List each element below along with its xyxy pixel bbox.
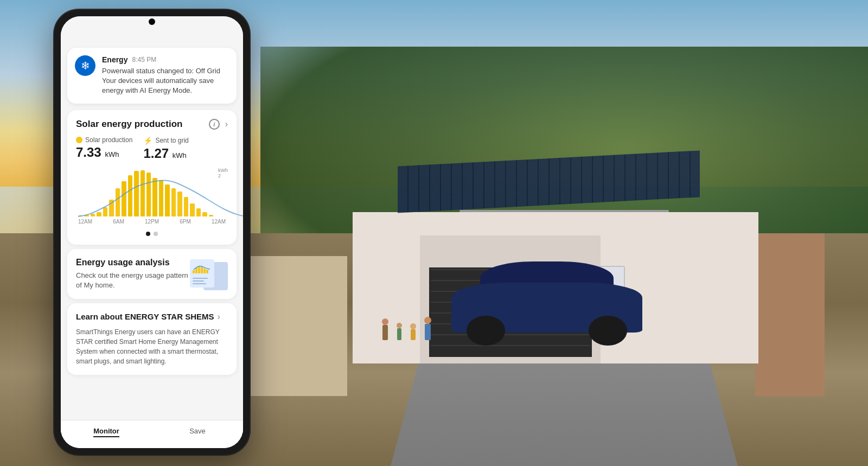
chart-label-12pm: 12PM [145,219,159,225]
nav-item-save[interactable]: Save [152,427,243,437]
person-3 [410,323,416,340]
bottom-navigation: Monitor Save [61,420,243,448]
notification-app-name: Energy [102,55,127,64]
analysis-title: Energy usage analysis [76,258,190,267]
grid-icon: ⚡ [143,136,152,145]
energy-analysis-section[interactable]: Energy usage analysis Check out the ener… [67,249,237,299]
nav-item-monitor[interactable]: Monitor [61,427,152,437]
save-label[interactable]: Save [189,427,206,435]
section-header: Solar energy production i › [76,119,228,130]
info-icon[interactable]: i [209,119,220,130]
phone-notch [149,18,155,25]
energy-star-title: Learn about ENERGY STAR SHEMS [76,312,214,321]
svg-rect-5 [193,270,195,273]
svg-rect-9 [203,269,206,273]
status-bar [61,27,243,43]
people-group [382,224,556,340]
notification-body: Powerwall status changed to: Off Grid Yo… [102,66,229,96]
monitor-label[interactable]: Monitor [93,427,119,437]
section-header-icons: i › [209,119,228,130]
solar-production-stat: Solar production 7.33 kWh [76,136,132,161]
car-wheel-right [589,316,627,345]
chart-label-12am: 12AM [78,219,92,225]
notification-icon: ❄ [75,55,95,76]
svg-rect-8 [201,267,203,273]
person-2 [397,323,402,340]
chevron-right-icon[interactable]: › [225,119,228,129]
stats-row: Solar production 7.33 kWh ⚡ Sent to grid [76,136,228,161]
solar-value: 7.33 kWh [76,145,132,160]
dot-active[interactable] [146,232,150,236]
solar-chart: kWh2 12AM 6AM 12PM 6PM [76,168,228,227]
analysis-description: Check out the energy usage pattern of My… [76,271,190,290]
svg-rect-10 [206,270,208,273]
grid-label: ⚡ Sent to grid [143,136,188,145]
svg-rect-7 [198,266,200,273]
svg-rect-6 [195,268,197,273]
energy-star-header: Learn about ENERGY STAR SHEMS › [76,312,228,322]
analysis-illustration [190,258,228,290]
solar-section[interactable]: Solar energy production i › [67,110,237,245]
pagination-dots [76,232,228,236]
solar-label: Solar production [76,136,132,144]
svg-point-0 [77,138,81,142]
phone: ❄ Energy 8:45 PM Powerwall status change… [54,10,250,455]
notification-content: Energy 8:45 PM Powerwall status changed … [102,55,229,96]
doc-chart-mini [193,263,211,273]
person-1 [382,318,388,340]
chart-x-labels: 12AM 6AM 12PM 6PM 12AM [76,216,228,225]
grid-stat: ⚡ Sent to grid 1.27 kWh [143,136,188,161]
energy-star-description: SmartThings Energy users can have an ENE… [76,327,228,366]
chart-curve [78,169,243,218]
grid-value: 1.27 kWh [143,146,188,161]
notification-header: Energy 8:45 PM [102,55,229,64]
phone-screen: ❄ Energy 8:45 PM Powerwall status change… [61,16,243,448]
chart-label-6am: 6AM [113,219,124,225]
phone-outer: ❄ Energy 8:45 PM Powerwall status change… [54,10,250,455]
notification-time: 8:45 PM [132,56,156,63]
energy-star-chevron-icon: › [217,312,220,322]
dot-inactive[interactable] [154,232,158,236]
doc-front [190,259,214,288]
chart-label-12am-end: 12AM [212,219,226,225]
analysis-text: Energy usage analysis Check out the ener… [76,258,190,290]
app-content: ❄ Energy 8:45 PM Powerwall status change… [61,16,243,448]
chart-label-6pm: 6PM [180,219,191,225]
energy-star-section[interactable]: Learn about ENERGY STAR SHEMS › SmartThi… [67,303,237,375]
solar-section-title: Solar energy production [76,119,182,130]
solar-dot-icon [76,137,82,143]
solar-panels [398,150,700,213]
notification-card[interactable]: ❄ Energy 8:45 PM Powerwall status change… [67,48,237,104]
person-4 [424,317,431,340]
